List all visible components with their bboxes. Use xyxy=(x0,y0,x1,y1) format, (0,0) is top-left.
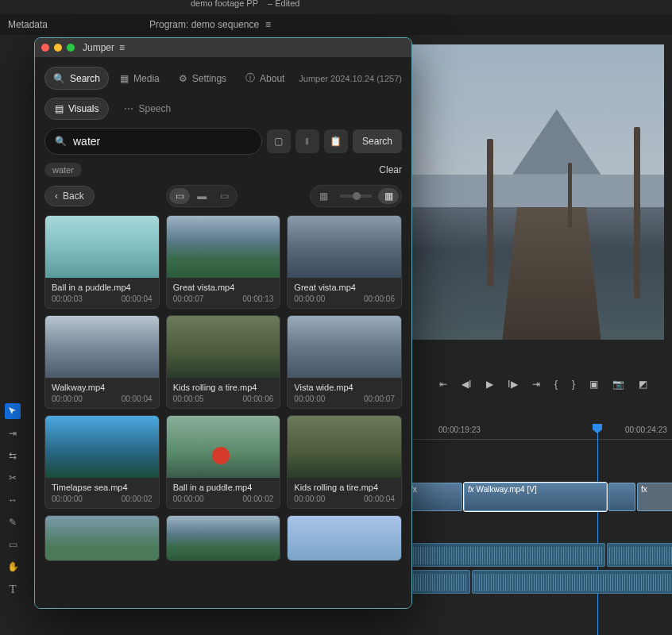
zoom-icon[interactable] xyxy=(67,44,75,52)
out-time: 00:00:06 xyxy=(364,294,395,303)
result-card[interactable]: Ball in a puddle.mp400:00:0300:00:04 xyxy=(44,215,160,309)
pen-tool-icon[interactable]: ✎ xyxy=(5,514,21,530)
mark-out-icon[interactable]: } xyxy=(572,379,575,390)
audio-clip[interactable] xyxy=(472,570,672,594)
metadata-label[interactable]: Metadata xyxy=(8,19,48,30)
program-monitor[interactable] xyxy=(411,44,664,340)
speech-pill[interactable]: ⋯Speech xyxy=(114,98,181,120)
search-input[interactable] xyxy=(73,135,252,148)
result-card[interactable]: Kids rolling a tire.mp400:00:0000:00:04 xyxy=(287,415,402,509)
visuals-pill[interactable]: ▤Visuals xyxy=(44,98,109,120)
in-time: 00:00:05 xyxy=(173,394,204,403)
thumbnail xyxy=(45,516,159,560)
step-back-icon[interactable]: ◀Ⅰ xyxy=(462,379,472,390)
size-2-icon[interactable]: ▬ xyxy=(191,188,212,204)
in-time: 00:00:00 xyxy=(173,495,204,503)
comparison-icon[interactable]: ◩ xyxy=(639,379,647,390)
type-tool-icon[interactable]: T xyxy=(5,581,21,597)
columns-icon[interactable]: ⦀ xyxy=(295,129,319,153)
program-label[interactable]: Program: demo sequence xyxy=(149,19,259,30)
rectangle-tool-icon[interactable]: ▭ xyxy=(5,537,21,552)
result-card[interactable] xyxy=(44,515,160,561)
result-card[interactable]: Great vista.mp400:00:0000:00:06 xyxy=(287,215,402,309)
audio-clip[interactable] xyxy=(607,543,672,567)
visuals-icon: ▤ xyxy=(55,103,64,114)
video-clip[interactable]: fx xyxy=(637,483,672,511)
selection-tool-icon[interactable] xyxy=(5,403,21,419)
result-card[interactable]: Kids rolling a tire.mp400:00:0500:00:06 xyxy=(166,315,281,409)
result-card[interactable]: Vista wide.mp400:00:0000:00:07 xyxy=(287,315,402,409)
close-icon[interactable] xyxy=(41,44,49,52)
tab-search[interactable]: 🔍Search xyxy=(44,67,109,90)
step-fwd-icon[interactable]: Ⅰ▶ xyxy=(508,379,518,390)
clip-filename: Vista wide.mp4 xyxy=(294,383,395,392)
timecode-1: 00:00:19:23 xyxy=(438,425,481,434)
in-time: 00:00:07 xyxy=(173,294,204,303)
back-button[interactable]: ‹Back xyxy=(44,186,95,206)
jumper-titlebar[interactable]: Jumper ≡ xyxy=(35,38,411,57)
minimize-icon[interactable] xyxy=(54,44,62,52)
mark-in-icon[interactable]: { xyxy=(554,379,558,390)
search-button[interactable]: Search xyxy=(353,129,402,153)
clip-filename: Great vista.mp4 xyxy=(294,283,395,292)
export-frame-icon[interactable]: ▣ xyxy=(589,379,598,390)
result-card[interactable]: Great vista.mp400:00:0700:00:13 xyxy=(166,215,281,309)
tab-about[interactable]: ⓘAbout xyxy=(238,67,292,90)
menu-icon[interactable]: ≡ xyxy=(265,19,271,30)
hand-tool-icon[interactable]: ✋ xyxy=(5,559,21,575)
version-label: Jumper 2024.10.24 (1257) xyxy=(299,74,402,83)
result-card[interactable]: Ball in a puddle.mp400:00:0000:00:02 xyxy=(166,415,281,509)
info-icon: ⓘ xyxy=(245,71,255,85)
out-time: 00:00:13 xyxy=(242,294,273,303)
size-3-icon[interactable]: ▭ xyxy=(214,188,234,204)
razor-tool-icon[interactable]: ✂ xyxy=(5,470,21,486)
thumb-size-slider[interactable] xyxy=(340,194,372,198)
clip-filename: Ball in a puddle.mp4 xyxy=(52,283,153,292)
camera-icon[interactable]: 📷 xyxy=(612,379,624,390)
clip-filename: Great vista.mp4 xyxy=(173,283,274,292)
in-time: 00:00:00 xyxy=(52,394,83,403)
timecode-2: 00:00:24:23 xyxy=(625,425,667,434)
clip-filename: Kids rolling a tire.mp4 xyxy=(173,383,274,392)
out-time: 00:00:07 xyxy=(364,394,395,403)
video-clip-selected[interactable]: fx Walkway.mp4 [V] xyxy=(464,483,607,511)
thumbnail xyxy=(45,416,159,478)
clear-button[interactable]: Clear xyxy=(379,164,402,175)
go-to-out-icon[interactable]: ⇥ xyxy=(532,379,540,390)
speech-icon: ⋯ xyxy=(124,103,133,114)
monitor-icon[interactable]: ▢ xyxy=(267,129,291,153)
video-clip[interactable] xyxy=(608,483,635,511)
play-icon[interactable]: ▶ xyxy=(486,379,493,390)
in-time: 00:00:00 xyxy=(52,495,83,503)
ripple-tool-icon[interactable]: ⇆ xyxy=(5,448,21,464)
thumbnail xyxy=(167,216,280,278)
jumper-title: Jumper xyxy=(83,42,114,53)
thumbnail xyxy=(45,216,159,278)
thumbnail xyxy=(288,216,401,278)
result-card[interactable]: Walkway.mp400:00:0000:00:04 xyxy=(44,315,160,409)
menu-icon[interactable]: ≡ xyxy=(119,42,125,53)
clip-filename: Walkway.mp4 xyxy=(52,383,153,392)
clipboard-icon[interactable]: 📋 xyxy=(324,129,348,153)
list-icon[interactable]: ▦ xyxy=(313,188,334,204)
size-1-icon[interactable]: ▭ xyxy=(169,188,190,204)
go-to-in-icon[interactable]: ⇤ xyxy=(439,379,447,390)
result-card[interactable] xyxy=(287,515,402,561)
out-time: 00:00:06 xyxy=(242,394,273,403)
search-tag[interactable]: water xyxy=(44,163,82,177)
video-clip[interactable]: fx xyxy=(407,483,462,511)
chevron-left-icon: ‹ xyxy=(55,190,58,202)
track-select-tool-icon[interactable]: ⇥ xyxy=(5,425,21,441)
grid-icon[interactable]: ▦ xyxy=(378,188,399,204)
out-time: 00:00:02 xyxy=(122,495,153,503)
tab-settings[interactable]: ⚙Settings xyxy=(171,67,234,90)
gear-icon: ⚙ xyxy=(179,73,187,84)
slip-tool-icon[interactable]: ↔ xyxy=(5,492,21,508)
tab-media[interactable]: ▦Media xyxy=(112,67,168,90)
thumbnail xyxy=(167,316,280,378)
thumbnail xyxy=(167,516,280,560)
in-time: 00:00:00 xyxy=(294,294,325,303)
thumbnail xyxy=(288,416,401,478)
result-card[interactable] xyxy=(166,515,281,561)
result-card[interactable]: Timelapse sea.mp400:00:0000:00:02 xyxy=(44,415,160,509)
